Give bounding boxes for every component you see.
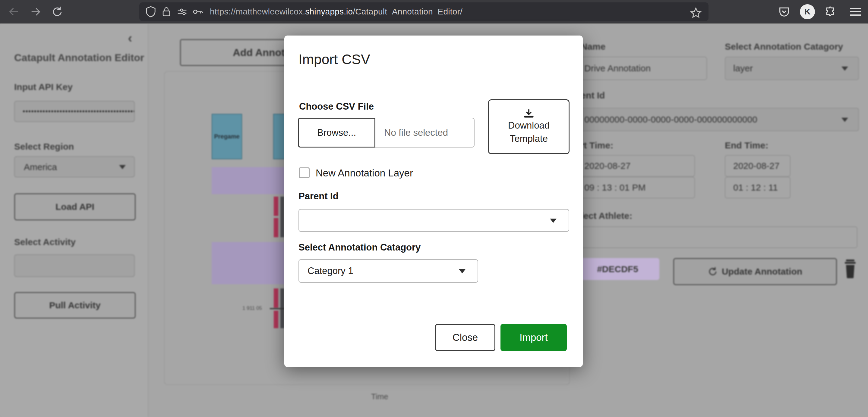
modal-category-select[interactable]: Category 1 — [299, 259, 478, 283]
load-api-button[interactable]: Load API — [14, 193, 136, 220]
select-athlete-input[interactable] — [576, 227, 858, 248]
hamburger-icon — [850, 8, 861, 16]
close-button[interactable]: Close — [435, 324, 495, 351]
start-date-input[interactable]: 2020-08-27 — [576, 155, 695, 177]
annotation-category-label: Select Annotation Catagory — [725, 41, 843, 52]
end-time-label: End Time: — [725, 140, 768, 150]
key-icon[interactable] — [190, 4, 206, 20]
pocket-icon — [778, 6, 790, 18]
end-time-input[interactable]: 01 : 12 : 11 — [725, 177, 790, 199]
download-template-line2: Template — [510, 133, 548, 145]
parent-id-value: 00000000-0000-0000-0000-000000000000 — [584, 114, 757, 125]
reload-icon — [52, 6, 63, 18]
modal-title: Import CSV — [299, 51, 370, 67]
chart-tick-line — [270, 308, 285, 309]
import-csv-modal: Import CSV Choose CSV File Browse... No … — [284, 36, 583, 367]
new-annotation-layer-label[interactable]: New Annotation Layer — [316, 167, 413, 179]
toolbar-right-cluster: K — [775, 3, 864, 21]
chevron-down-icon — [550, 218, 557, 223]
browser-toolbar: https://matthewleewilcox.shinyapps.io/Ca… — [0, 0, 868, 24]
chart-bar-pregame[interactable]: Pregame — [212, 114, 242, 159]
chart-bar-dark-1[interactable] — [280, 197, 284, 237]
url-text: https://matthewleewilcox.shinyapps.io/Ca… — [210, 7, 463, 16]
region-value: America — [24, 162, 57, 172]
screenshot-stage: https://matthewleewilcox.shinyapps.io/Ca… — [0, 0, 868, 417]
annotation-category-select[interactable]: layer — [725, 57, 859, 80]
url-prefix: https://matthewleewilcox. — [210, 7, 305, 16]
time-axis-label: Time — [371, 392, 388, 401]
bookmark-star-button[interactable] — [687, 4, 705, 22]
url-bar[interactable]: https://matthewleewilcox.shinyapps.io/Ca… — [139, 2, 709, 21]
forward-button[interactable] — [27, 3, 44, 21]
file-selected-field[interactable]: No file selected — [374, 118, 474, 147]
extensions-button[interactable] — [822, 3, 840, 21]
chevron-down-icon — [459, 269, 466, 273]
chart-bar-red-2a[interactable] — [274, 288, 278, 308]
modal-category-label: Select Annotation Catagory — [299, 242, 421, 253]
api-key-label: Input API Key — [14, 82, 73, 92]
star-icon — [690, 7, 702, 19]
new-annotation-layer-checkbox[interactable] — [299, 167, 310, 178]
api-key-input[interactable]: •••••••••••••••••••••••••••••••••••••••• — [14, 101, 135, 122]
menu-button[interactable] — [846, 3, 864, 21]
back-button[interactable] — [5, 3, 23, 21]
annotation-name-input[interactable]: Drive Annotation — [576, 57, 707, 80]
chevron-down-icon — [119, 165, 126, 169]
permissions-sliders-icon[interactable] — [174, 4, 190, 20]
browse-button[interactable]: Browse... — [298, 118, 375, 147]
reload-button[interactable] — [48, 3, 66, 21]
puzzle-icon — [825, 6, 836, 18]
end-date-input[interactable]: 2020-08-27 — [725, 155, 790, 177]
account-avatar[interactable]: K — [800, 4, 815, 19]
forward-arrow-icon — [30, 6, 41, 18]
modal-parent-id-label: Parent Id — [299, 191, 339, 202]
import-button[interactable]: Import — [500, 324, 567, 351]
app-title: Catapult Annotation Editor — [14, 52, 144, 64]
chart-bar-red-2b[interactable] — [274, 311, 278, 328]
chart-bar-red-1b[interactable] — [274, 218, 278, 237]
update-annotation-label: Update Annotation — [722, 267, 802, 277]
pocket-button[interactable] — [775, 3, 793, 21]
activity-select[interactable] — [14, 254, 135, 277]
lock-icon[interactable] — [159, 4, 174, 20]
chart-bar-red-1a[interactable] — [274, 197, 278, 216]
back-arrow-icon — [8, 6, 20, 18]
modal-category-value: Category 1 — [308, 266, 353, 276]
modal-parent-id-select[interactable] — [299, 209, 569, 232]
chevron-down-icon — [841, 67, 848, 71]
trash-icon — [844, 259, 856, 278]
pull-activity-button[interactable]: Pull Activity — [14, 292, 136, 318]
chevron-down-icon — [841, 118, 848, 122]
download-template-line1: Download — [508, 119, 550, 132]
url-domain: shinyapps.io — [305, 7, 353, 16]
region-select[interactable]: America — [14, 156, 135, 177]
download-icon — [524, 108, 534, 118]
activity-label: Select Activity — [14, 237, 76, 247]
start-time-input[interactable]: 09 : 13 : 01 PM — [576, 177, 695, 199]
sidebar-collapse-chevron-icon[interactable]: ‹ — [128, 31, 132, 44]
download-template-button[interactable]: Download Template — [488, 99, 569, 154]
color-badge: #DECDF5 — [576, 258, 659, 280]
choose-csv-label: Choose CSV File — [299, 101, 374, 112]
refresh-icon — [708, 267, 718, 276]
app-sidebar: ‹ Catapult Annotation Editor Input API K… — [0, 24, 148, 417]
delete-annotation-button[interactable] — [844, 259, 856, 278]
tracking-shield-icon[interactable] — [143, 4, 159, 20]
annotation-category-value: layer — [733, 63, 753, 73]
parent-id-select[interactable]: 00000000-0000-0000-0000-000000000000 — [576, 108, 859, 131]
url-path: /Catapult_Annotation_Editor/ — [353, 7, 463, 16]
update-annotation-button[interactable]: Update Annotation — [673, 258, 837, 285]
region-label: Select Region — [14, 141, 74, 152]
chart-tiny-label: 1 911 05 — [242, 305, 262, 311]
